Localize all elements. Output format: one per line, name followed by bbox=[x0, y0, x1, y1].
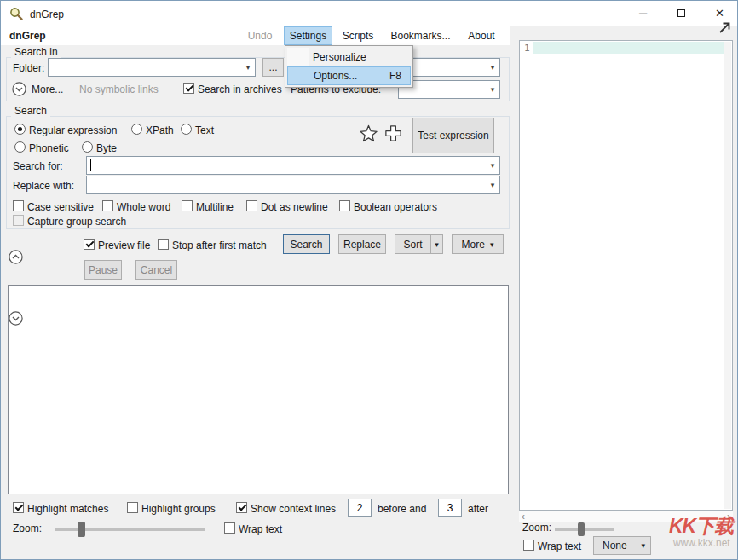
preview-file-checkbox[interactable] bbox=[84, 239, 95, 250]
results-list[interactable] bbox=[8, 285, 509, 494]
multiline-checkbox[interactable] bbox=[182, 200, 193, 211]
more-options-expander[interactable] bbox=[12, 82, 26, 96]
combo-arrow-icon: ▾ bbox=[486, 81, 499, 98]
search-button[interactable]: Search bbox=[283, 234, 330, 254]
replace-with-combobox[interactable]: ▾ bbox=[86, 176, 500, 194]
context-before-input[interactable] bbox=[348, 499, 372, 517]
radio-text[interactable] bbox=[181, 124, 192, 135]
collapse-options-button[interactable] bbox=[9, 250, 23, 264]
radio-phonetic[interactable] bbox=[14, 141, 26, 153]
syntax-select[interactable]: None ▾ bbox=[593, 536, 651, 555]
combo-arrow-icon: ▾ bbox=[435, 240, 439, 249]
replace-button[interactable]: Replace bbox=[338, 234, 386, 254]
browse-folder-button[interactable]: ... bbox=[262, 58, 284, 77]
menubar-app-label: dnGrep bbox=[9, 30, 46, 42]
replace-button-label: Replace bbox=[343, 239, 381, 251]
search-for-combobox[interactable]: ▾ bbox=[86, 156, 500, 175]
add-pattern-plus-icon[interactable] bbox=[383, 124, 403, 143]
test-expression-button[interactable]: Test expression bbox=[412, 118, 494, 153]
preview-zoom-slider-thumb[interactable] bbox=[578, 522, 585, 536]
menubar-bookmarks[interactable]: Bookmarks... bbox=[384, 26, 457, 45]
chevron-up-circle-icon bbox=[9, 250, 23, 264]
watermark-url: www.kkx.net bbox=[673, 537, 730, 549]
dot-as-newline-checkbox[interactable] bbox=[246, 200, 257, 211]
results-wrap-text-label: Wrap text bbox=[239, 523, 282, 535]
show-context-lines-checkbox[interactable] bbox=[236, 502, 247, 513]
after-label: after bbox=[468, 503, 488, 515]
text-caret bbox=[90, 159, 91, 171]
sort-dropdown-button[interactable]: ▾ bbox=[430, 234, 443, 254]
combo-arrow-icon: ▾ bbox=[486, 157, 499, 174]
menu-item-options-label: Options... bbox=[314, 70, 357, 82]
before-and-label: before and bbox=[378, 503, 426, 515]
radio-regular-expression-label: Regular expression bbox=[29, 124, 117, 136]
highlight-groups-checkbox[interactable] bbox=[127, 502, 138, 513]
browse-folder-label: ... bbox=[268, 61, 277, 73]
current-line-highlight bbox=[533, 42, 724, 54]
minimize-icon: ─ bbox=[639, 7, 647, 20]
more-dropdown-button[interactable]: More ▾ bbox=[452, 234, 504, 254]
menubar-undo[interactable]: Undo bbox=[242, 26, 278, 45]
search-group-label: Search bbox=[11, 105, 50, 117]
menubar-about-label: About bbox=[468, 30, 494, 42]
menubar-scripts[interactable]: Scripts bbox=[337, 26, 378, 45]
case-sensitive-checkbox[interactable] bbox=[13, 200, 24, 211]
scroll-left-icon[interactable]: ‹ bbox=[522, 511, 525, 522]
preview-zoom-slider-track[interactable] bbox=[555, 528, 614, 531]
preview-file-label: Preview file bbox=[98, 240, 150, 251]
symlinks-status: No symbolic links bbox=[79, 84, 159, 95]
search-archives-checkbox[interactable] bbox=[183, 83, 194, 94]
menu-item-options-shortcut: F8 bbox=[389, 70, 401, 82]
menu-item-personalize[interactable]: Personalize bbox=[287, 48, 411, 66]
arrow-up-right-icon bbox=[717, 19, 734, 36]
preview-wrap-text-checkbox[interactable] bbox=[523, 540, 534, 551]
pause-button-label: Pause bbox=[89, 264, 118, 276]
maximize-button[interactable] bbox=[662, 1, 701, 26]
highlight-matches-label: Highlight matches bbox=[27, 503, 108, 515]
sort-button[interactable]: Sort bbox=[395, 234, 431, 254]
radio-byte-label: Byte bbox=[96, 142, 117, 154]
pause-button[interactable]: Pause bbox=[84, 260, 122, 280]
boolean-operators-checkbox[interactable] bbox=[339, 200, 350, 211]
context-after-input[interactable] bbox=[438, 499, 462, 517]
stop-after-first-match-checkbox[interactable] bbox=[158, 239, 169, 250]
patterns-match-combobox[interactable]: ▾ bbox=[398, 58, 500, 77]
expand-results-button[interactable] bbox=[9, 311, 23, 326]
cancel-button[interactable]: Cancel bbox=[135, 260, 177, 280]
settings-menu: Personalize Options... F8 bbox=[285, 45, 413, 88]
minimize-button[interactable]: ─ bbox=[624, 1, 662, 26]
menu-item-personalize-label: Personalize bbox=[313, 51, 366, 63]
favorite-star-icon[interactable] bbox=[359, 124, 378, 143]
results-wrap-text-checkbox[interactable] bbox=[224, 522, 235, 534]
radio-text-label: Text bbox=[195, 124, 214, 136]
window-title: dnGrep bbox=[30, 9, 64, 20]
float-preview-button[interactable] bbox=[717, 19, 734, 36]
radio-xpath-label: XPath bbox=[146, 124, 174, 136]
menubar: dnGrep Undo Settings Scripts Bookmarks..… bbox=[1, 26, 510, 45]
more-link[interactable]: More... bbox=[32, 84, 63, 95]
chevron-down-circle-icon bbox=[9, 311, 23, 326]
menubar-about[interactable]: About bbox=[462, 26, 501, 45]
cancel-button-label: Cancel bbox=[141, 264, 172, 276]
highlight-matches-checkbox[interactable] bbox=[13, 502, 24, 513]
radio-regular-expression[interactable] bbox=[14, 124, 26, 135]
capture-group-checkbox[interactable] bbox=[13, 215, 24, 226]
menu-item-options[interactable]: Options... F8 bbox=[287, 66, 411, 85]
dot-as-newline-label: Dot as newline bbox=[261, 201, 328, 213]
syntax-select-value: None bbox=[603, 540, 627, 551]
radio-byte[interactable] bbox=[82, 141, 93, 153]
radio-xpath[interactable] bbox=[131, 124, 142, 135]
close-icon: ✕ bbox=[715, 7, 724, 20]
search-archives-label: Search in archives bbox=[198, 84, 282, 95]
whole-word-checkbox[interactable] bbox=[102, 200, 113, 211]
watermark-logo: KK下载 bbox=[669, 513, 733, 540]
preview-editor[interactable]: 1 bbox=[519, 40, 733, 511]
results-zoom-slider-thumb[interactable] bbox=[78, 522, 85, 537]
replace-with-label: Replace with: bbox=[13, 180, 74, 192]
menubar-settings[interactable]: Settings bbox=[284, 26, 332, 45]
folder-label: Folder: bbox=[13, 62, 44, 74]
menubar-undo-label: Undo bbox=[248, 30, 273, 42]
folder-combobox[interactable]: ▾ bbox=[48, 58, 256, 77]
patterns-exclude-combobox[interactable]: ▾ bbox=[398, 80, 500, 99]
preview-vertical-scrollbar[interactable] bbox=[724, 42, 731, 509]
